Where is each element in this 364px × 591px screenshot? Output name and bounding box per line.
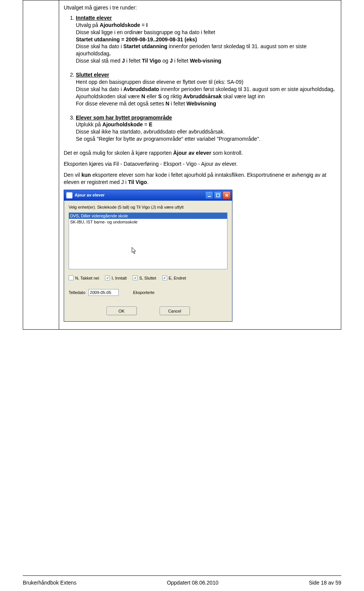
content-list: Inntatte elever Utvalg på Ajourholdskode… bbox=[64, 14, 336, 143]
titlebar: Ajour av elever bbox=[64, 190, 232, 201]
checkbox-n[interactable]: N, Takket nei bbox=[69, 275, 99, 281]
li-body: Utvalg på Ajourholdskode = IDisse skal l… bbox=[76, 22, 307, 64]
close-button[interactable] bbox=[223, 191, 231, 199]
li-body: Utplukk på Ajourholdskode = EDisse skal … bbox=[76, 121, 260, 142]
page-footer: Brukerhåndbok Extens Oppdatert 08.06.201… bbox=[23, 580, 341, 586]
maximize-button[interactable] bbox=[214, 191, 222, 199]
footer-right: Side 18 av 59 bbox=[309, 580, 341, 586]
checkbox-e[interactable]: ✓ E, Endret bbox=[162, 275, 186, 281]
checkbox-i[interactable]: ✓ I, Inntatt bbox=[105, 275, 127, 281]
list-item: Elever som har byttet programområde Utpl… bbox=[76, 114, 336, 143]
checkbox-row: N, Takket nei ✓ I, Inntatt ✓ S, Sluttet bbox=[69, 275, 228, 281]
dialog-instruction: Velg enhet(er). Skolekode (5 tall) og Ti… bbox=[69, 204, 228, 210]
button-row: OK Cancel bbox=[69, 307, 228, 315]
paragraph: Det er også mulig for skolen å kjøre rap… bbox=[64, 149, 336, 157]
list-item: Sluttet elever Hent opp den basisgruppen… bbox=[76, 71, 336, 107]
li-body: Hent opp den basisgruppen disse elevene … bbox=[76, 79, 335, 107]
cancel-button[interactable]: Cancel bbox=[160, 307, 190, 315]
left-cell bbox=[23, 0, 59, 330]
checkbox-icon[interactable]: ✓ bbox=[105, 275, 110, 280]
footer-center: Oppdatert 08.06.2010 bbox=[167, 580, 218, 586]
checkbox-s[interactable]: ✓ S, Sluttet bbox=[133, 275, 156, 281]
minimize-button[interactable] bbox=[205, 191, 213, 199]
dialog-title: Ajour av elever bbox=[75, 192, 205, 198]
list-item: Inntatte elever Utvalg på Ajourholdskode… bbox=[76, 14, 336, 64]
list-item[interactable]: DVS, Diller videregående skole bbox=[69, 213, 227, 219]
svg-rect-1 bbox=[217, 194, 220, 197]
cursor-icon bbox=[132, 247, 137, 255]
telledato-input[interactable] bbox=[88, 289, 119, 296]
checkbox-icon[interactable] bbox=[69, 275, 74, 280]
footer-left: Brukerhåndbok Extens bbox=[23, 580, 77, 586]
ok-button[interactable]: OK bbox=[107, 307, 137, 315]
telledato-label: Telledato bbox=[69, 290, 85, 296]
checkbox-icon[interactable]: ✓ bbox=[133, 275, 138, 280]
footer-rule bbox=[23, 575, 341, 576]
paragraph: Den vil kun eksportere elever som har ko… bbox=[64, 171, 336, 186]
paragraph: Eksporten kjøres via Fil - Dataoverførin… bbox=[64, 160, 336, 168]
checkbox-icon[interactable]: ✓ bbox=[162, 275, 167, 280]
eksporterte-label: Eksporterte bbox=[133, 290, 154, 296]
content-table: Utvalget må gjøres i tre runder: Inntatt… bbox=[23, 0, 341, 330]
content-heading: Utvalget må gjøres i tre runder: bbox=[64, 4, 336, 11]
app-icon bbox=[66, 192, 72, 198]
listbox[interactable]: DVS, Diller videregående skole SK-IBU, I… bbox=[69, 212, 228, 269]
ajour-dialog: Ajour av elever bbox=[64, 190, 232, 322]
list-item[interactable]: SK-IBU, IST barne- og undomsskole bbox=[69, 219, 227, 225]
svg-rect-0 bbox=[208, 196, 211, 197]
content-cell: Utvalget må gjøres i tre runder: Inntatt… bbox=[59, 0, 341, 330]
date-row: Telledato Eksporterte bbox=[69, 289, 228, 296]
